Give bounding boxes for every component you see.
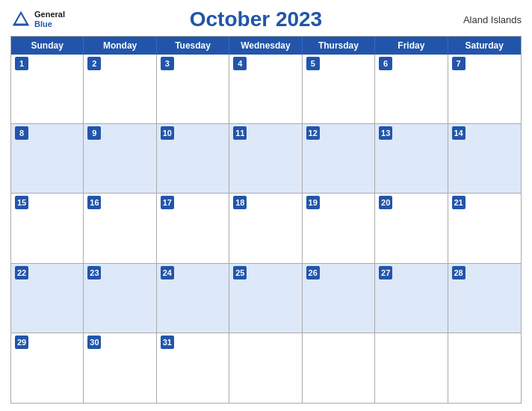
day-number: 3: [161, 57, 174, 70]
day-number: 19: [306, 196, 320, 209]
day-number: 18: [233, 196, 247, 209]
logo-general-text: General: [34, 10, 65, 19]
weeks: 1234567891011121314151617181920212223242…: [11, 55, 521, 403]
day-number: 28: [452, 266, 466, 279]
day-cell: 7: [448, 55, 521, 124]
day-cell: 23: [84, 264, 156, 333]
day-cell: 12: [303, 124, 375, 194]
day-cell: 25: [229, 264, 302, 333]
calendar-title: October 2023: [65, 7, 447, 31]
day-cell: 29: [11, 333, 84, 403]
day-number: 4: [233, 57, 247, 70]
day-cell: 26: [303, 264, 375, 333]
calendar-header: General Blue October 2023 Aland Islands: [10, 7, 522, 31]
day-cell: 11: [229, 124, 302, 194]
day-cell: 13: [375, 124, 448, 194]
day-header-wednesday: Wednesday: [229, 37, 302, 55]
day-number: 25: [233, 266, 247, 279]
day-number: 7: [452, 57, 466, 70]
day-cell: 20: [375, 194, 448, 263]
day-cell: 15: [11, 194, 84, 263]
day-cell: 6: [375, 55, 448, 124]
day-cell: 9: [84, 124, 156, 194]
day-cell: 14: [448, 124, 521, 194]
day-number: 13: [379, 126, 392, 140]
day-cell: 1: [11, 55, 84, 124]
day-header-friday: Friday: [375, 37, 448, 55]
day-number: 29: [15, 336, 28, 349]
day-number: 26: [306, 266, 320, 279]
logo: General Blue: [10, 9, 65, 30]
week-row-2: 891011121314: [11, 124, 521, 194]
day-header-tuesday: Tuesday: [157, 37, 229, 55]
day-number: 10: [161, 126, 174, 140]
day-cell: 8: [11, 124, 84, 194]
day-cell: 24: [157, 264, 229, 333]
day-header-saturday: Saturday: [448, 37, 521, 55]
day-cell: 19: [303, 194, 375, 263]
week-row-1: 1234567: [11, 55, 521, 124]
week-row-4: 22232425262728: [11, 264, 521, 333]
day-number: 17: [161, 196, 174, 209]
day-cell: 18: [229, 194, 302, 263]
day-cell: 27: [375, 264, 448, 333]
day-number: 22: [15, 266, 28, 279]
logo-text: General Blue: [34, 10, 65, 29]
week-row-5: 293031: [11, 333, 521, 403]
day-number: 16: [87, 196, 101, 209]
day-cell: [448, 333, 521, 403]
day-number: 5: [306, 57, 320, 70]
day-number: 31: [161, 336, 174, 349]
day-header-sunday: Sunday: [11, 37, 84, 55]
day-cell: 2: [84, 55, 156, 124]
day-cell: 4: [229, 55, 302, 124]
day-number: 2: [87, 57, 101, 70]
day-number: 8: [15, 126, 28, 140]
day-header-monday: Monday: [84, 37, 156, 55]
day-cell: 30: [84, 333, 156, 403]
day-number: 20: [379, 196, 392, 209]
day-number: 14: [452, 126, 466, 140]
day-number: 6: [379, 57, 392, 70]
day-cell: 3: [157, 55, 229, 124]
day-cell: 16: [84, 194, 156, 263]
day-number: 9: [87, 126, 101, 140]
day-number: 23: [87, 266, 101, 279]
day-number: 21: [452, 196, 466, 209]
day-header-thursday: Thursday: [303, 37, 375, 55]
day-cell: 17: [157, 194, 229, 263]
day-number: 30: [87, 336, 101, 349]
day-number: 15: [15, 196, 28, 209]
day-cell: 28: [448, 264, 521, 333]
day-number: 27: [379, 266, 392, 279]
day-number: 12: [306, 126, 320, 140]
logo-icon: [10, 9, 31, 30]
day-number: 24: [161, 266, 174, 279]
logo-blue-text: Blue: [34, 19, 65, 29]
day-cell: 22: [11, 264, 84, 333]
region-label: Aland Islands: [447, 14, 522, 25]
day-cell: 10: [157, 124, 229, 194]
day-cell: [375, 333, 448, 403]
day-number: 1: [15, 57, 28, 70]
week-row-3: 15161718192021: [11, 194, 521, 263]
calendar: SundayMondayTuesdayWednesdayThursdayFrid…: [10, 36, 522, 404]
day-headers: SundayMondayTuesdayWednesdayThursdayFrid…: [11, 37, 521, 55]
day-cell: 5: [303, 55, 375, 124]
day-cell: [303, 333, 375, 403]
day-cell: 21: [448, 194, 521, 263]
day-cell: 31: [157, 333, 229, 403]
day-cell: [229, 333, 302, 403]
day-number: 11: [233, 126, 247, 140]
